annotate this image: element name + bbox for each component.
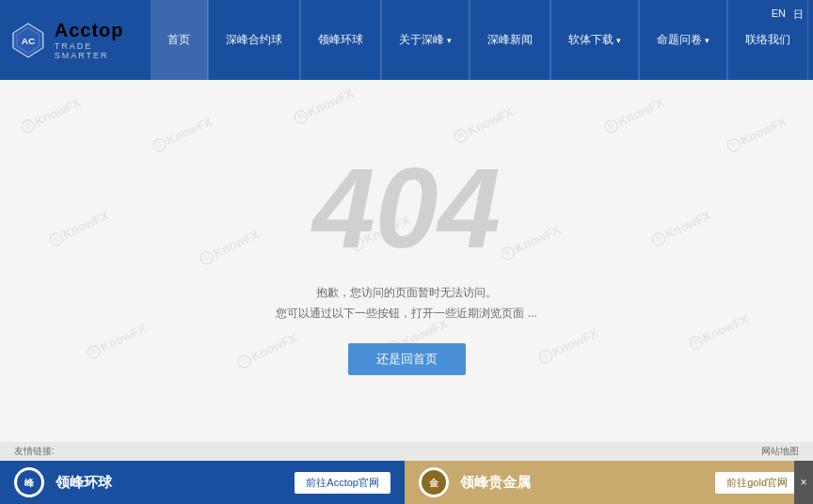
about-arrow-icon: ▾ [447,36,452,45]
bottom-left-brand: 峰 领峰环球 前往Acctop官网 [0,461,405,504]
nav-home[interactable]: 首页 [151,0,208,80]
footer-links: 友情链接: 网站地图 [0,442,813,461]
download-arrow-icon: ▾ [616,36,621,45]
right-brand-button[interactable]: 前往gold官网 [715,472,799,494]
main-content: ©KnowFX ©KnowFX ©KnowFX ©KnowFX ©KnowFX … [0,80,813,447]
error-content: 404 抱歉，您访问的页面暂时无法访问。 您可以通过以下一些按钮，打开一些近期浏… [276,151,536,374]
nav-about[interactable]: 关于深峰 ▾ [381,0,470,80]
error-message: 抱歉，您访问的页面暂时无法访问。 您可以通过以下一些按钮，打开一些近期浏览页面 … [276,283,536,323]
nav-contact[interactable]: 联络我们 [727,0,808,80]
left-brand-icon: 峰 [14,467,44,497]
footer-right-text[interactable]: 网站地图 [761,445,799,458]
nav-contracts[interactable]: 深峰合约球 [208,0,300,80]
header: EN 日 AC Acctop TRADE SMARTER 首页 深峰合约球 领峰… [0,0,813,80]
nav-question[interactable]: 命题问卷 ▾ [639,0,727,80]
error-code: 404 [312,151,501,264]
logo-text: Acctop TRADE SMARTER [55,20,151,60]
bottom-right-brand: 金 领峰贵金属 前往gold官网 [405,461,813,504]
main-nav: 首页 深峰合约球 领峰环球 关于深峰 ▾ 深峰新闻 软体下载 ▾ 命题问卷 ▾ … [151,0,808,80]
svg-text:峰: 峰 [24,478,35,488]
right-brand-name: 领峰贵金属 [460,474,704,492]
close-bottom-bar-button[interactable]: × [794,461,813,504]
nav-download[interactable]: 软体下载 ▾ [550,0,639,80]
logo-icon: AC [9,22,47,59]
footer-left-text: 友情链接: [14,445,55,458]
nav-news[interactable]: 深峰新闻 [470,0,550,80]
nav-global[interactable]: 领峰环球 [300,0,381,80]
right-brand-icon: 金 [419,467,449,497]
svg-text:金: 金 [428,478,439,488]
left-brand-name: 领峰环球 [56,474,283,492]
logo-area[interactable]: AC Acctop TRADE SMARTER [9,20,151,60]
question-arrow-icon: ▾ [705,36,709,45]
left-brand-button[interactable]: 前往Acctop官网 [295,472,391,494]
svg-text:AC: AC [22,35,35,45]
bottom-bar: 峰 领峰环球 前往Acctop官网 金 领峰贵金属 前往gold官网 × [0,461,813,504]
back-home-button[interactable]: 还是回首页 [348,343,466,375]
